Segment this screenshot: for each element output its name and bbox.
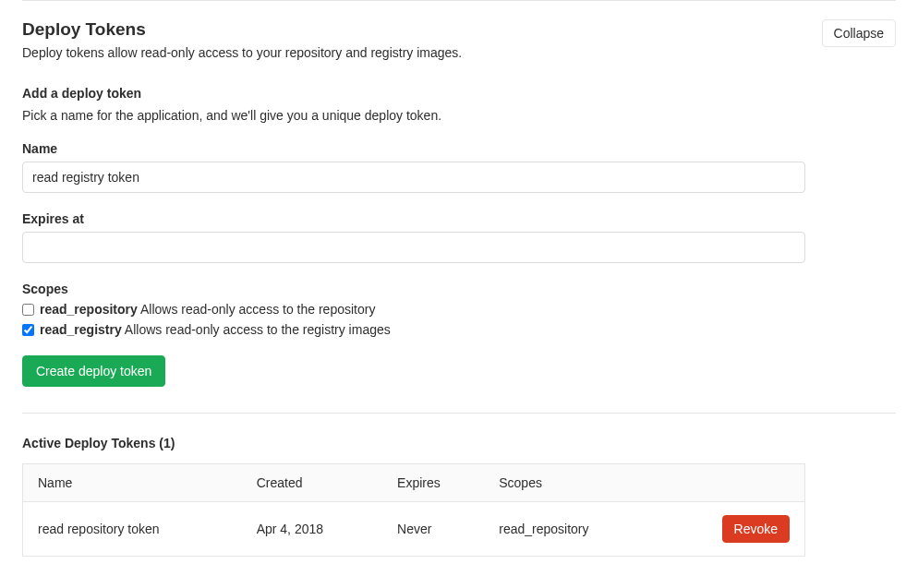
page-description: Deploy tokens allow read-only access to … (22, 45, 822, 60)
scope-checkbox-read-registry[interactable] (22, 324, 34, 336)
scope-checkbox-read-repository[interactable] (22, 304, 34, 316)
create-button-wrap: Create deploy token (22, 355, 896, 387)
scope-name: read_registry (40, 322, 122, 337)
scope-text: read_repository Allows read-only access … (40, 302, 375, 317)
table-header-row: Name Created Expires Scopes (23, 464, 805, 502)
scope-name: read_repository (40, 302, 138, 317)
scope-desc: Allows read-only access to the repositor… (140, 302, 375, 317)
add-token-heading: Add a deploy token (22, 86, 896, 101)
expires-label: Expires at (22, 211, 896, 226)
revoke-button[interactable]: Revoke (722, 515, 790, 543)
col-header-name: Name (23, 464, 242, 502)
expires-field-group: Expires at (22, 211, 896, 263)
create-deploy-token-button[interactable]: Create deploy token (22, 355, 165, 387)
active-tokens-table: Name Created Expires Scopes read reposit… (22, 463, 805, 557)
active-tokens-section: Active Deploy Tokens (1) Name Created Ex… (22, 436, 896, 557)
name-label: Name (22, 141, 896, 156)
table-row: read repository token Apr 4, 2018 Never … (23, 502, 805, 557)
scopes-label: Scopes (22, 282, 896, 296)
scope-desc: Allows read-only access to the registry … (125, 322, 391, 337)
section-header: Deploy Tokens Deploy tokens allow read-o… (22, 1, 896, 86)
name-field-group: Name (22, 141, 896, 193)
page-title: Deploy Tokens (22, 19, 822, 40)
section-title-block: Deploy Tokens Deploy tokens allow read-o… (22, 19, 822, 86)
cell-action: Revoke (703, 502, 804, 557)
scopes-field-group: Scopes read_repository Allows read-only … (22, 282, 896, 337)
col-header-expires: Expires (382, 464, 484, 502)
active-tokens-heading: Active Deploy Tokens (1) (22, 436, 896, 450)
cell-expires: Never (382, 502, 484, 557)
scope-text: read_registry Allows read-only access to… (40, 322, 391, 337)
col-header-created: Created (242, 464, 382, 502)
add-token-section: Add a deploy token Pick a name for the a… (22, 86, 896, 387)
col-header-scopes: Scopes (484, 464, 703, 502)
cell-name: read repository token (23, 502, 242, 557)
collapse-button[interactable]: Collapse (822, 19, 896, 47)
add-token-desc: Pick a name for the application, and we'… (22, 108, 896, 123)
expires-input[interactable] (22, 232, 805, 263)
scope-row-read-repository: read_repository Allows read-only access … (22, 302, 896, 317)
cell-created: Apr 4, 2018 (242, 502, 382, 557)
cell-scopes: read_repository (484, 502, 703, 557)
scope-row-read-registry: read_registry Allows read-only access to… (22, 322, 896, 337)
divider-mid (22, 413, 896, 414)
name-input[interactable] (22, 162, 805, 193)
col-header-action (703, 464, 804, 502)
